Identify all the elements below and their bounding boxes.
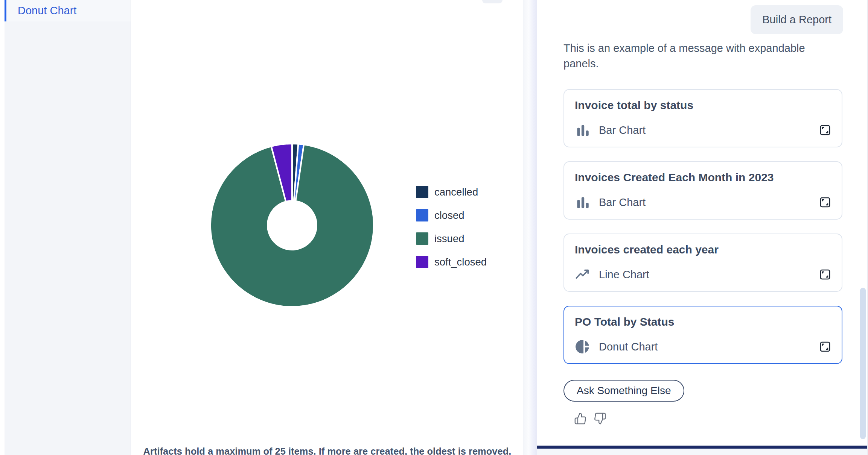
- legend-item: issued: [416, 232, 487, 245]
- panel-row: Donut Chart: [575, 339, 832, 355]
- chat-panel: Build a Report This is an example of a m…: [537, 0, 868, 455]
- panel-chart-type: Bar Chart: [599, 124, 646, 136]
- panel-row: Bar Chart: [575, 194, 832, 210]
- thumbs-up-icon: [574, 412, 587, 425]
- thumbs-up-button[interactable]: [574, 412, 587, 425]
- expand-panel-button[interactable]: [818, 268, 832, 281]
- legend-swatch: [416, 209, 428, 221]
- legend-swatch: [416, 232, 428, 245]
- legend-label: issued: [434, 233, 464, 245]
- donut-chart-svg: [206, 139, 379, 312]
- artifact-footer-note: Artifacts hold a maximum of 25 items. If…: [131, 446, 523, 455]
- artifact-viewer: cancelledclosedissuedsoft_closed Artifac…: [131, 0, 523, 455]
- expand-panel-button[interactable]: [818, 123, 832, 137]
- panel-chart-type: Line Chart: [599, 268, 649, 281]
- panel-title: Invoice total by status: [575, 99, 831, 112]
- legend-label: closed: [434, 209, 464, 221]
- sidebar-item-label: Donut Chart: [18, 5, 76, 17]
- legend-swatch: [416, 186, 428, 198]
- legend-item: closed: [416, 209, 487, 221]
- ask-something-else-button[interactable]: Ask Something Else: [563, 380, 684, 402]
- artifact-sidebar: Donut Chart: [5, 0, 131, 455]
- feedback-row: [574, 412, 606, 425]
- legend-item: soft_closed: [416, 256, 487, 268]
- donut-chart-icon: [575, 339, 591, 355]
- panel-chart-type: Bar Chart: [599, 196, 646, 209]
- panel-title: PO Total by Status: [575, 315, 831, 328]
- thumbs-down-icon: [594, 412, 606, 425]
- panel-title: Invoices created each year: [575, 243, 831, 256]
- expand-panel-button[interactable]: [818, 340, 832, 353]
- expand-icon: [818, 268, 832, 281]
- bar-chart-icon: [575, 194, 591, 210]
- chat-bottom-background: [537, 449, 868, 455]
- panel-card-invoices-created-each-year[interactable]: Invoices created each year Line Chart: [563, 234, 842, 292]
- expand-icon: [818, 123, 832, 137]
- donut-chart: [206, 139, 379, 312]
- legend-swatch: [416, 256, 428, 268]
- thumbs-down-button[interactable]: [594, 412, 606, 425]
- panel-row: Line Chart: [575, 267, 832, 282]
- panel-title: Invoices Created Each Month in 2023: [575, 171, 831, 184]
- bar-chart-icon: [575, 122, 591, 138]
- line-chart-icon: [575, 267, 591, 282]
- panel-divider: [523, 0, 537, 455]
- expand-icon: [818, 196, 832, 209]
- assistant-message: This is an example of a message with exp…: [563, 41, 827, 71]
- legend-label: cancelled: [434, 186, 478, 198]
- chat-scrollbar-thumb[interactable]: [860, 288, 866, 439]
- expand-icon: [818, 340, 832, 353]
- legend-item: cancelled: [416, 186, 487, 198]
- panel-card-invoices-created-each-month[interactable]: Invoices Created Each Month in 2023 Bar …: [563, 161, 842, 220]
- cutoff-toolbar-chip: [482, 0, 503, 3]
- sidebar-item-donut-chart[interactable]: Donut Chart: [5, 0, 131, 21]
- chat-input-top-edge: [537, 446, 868, 449]
- panel-row: Bar Chart: [575, 122, 832, 138]
- panel-chart-type: Donut Chart: [599, 341, 658, 353]
- build-a-report-button[interactable]: Build a Report: [751, 5, 843, 34]
- legend-label: soft_closed: [434, 256, 487, 268]
- panel-card-po-total-by-status[interactable]: PO Total by Status Donut Chart: [563, 306, 842, 364]
- panel-card-invoice-total-by-status[interactable]: Invoice total by status Bar Chart: [563, 89, 842, 147]
- expand-panel-button[interactable]: [818, 196, 832, 209]
- expandable-panels: Invoice total by status Bar Chart: [563, 89, 842, 378]
- chart-legend: cancelledclosedissuedsoft_closed: [416, 186, 487, 279]
